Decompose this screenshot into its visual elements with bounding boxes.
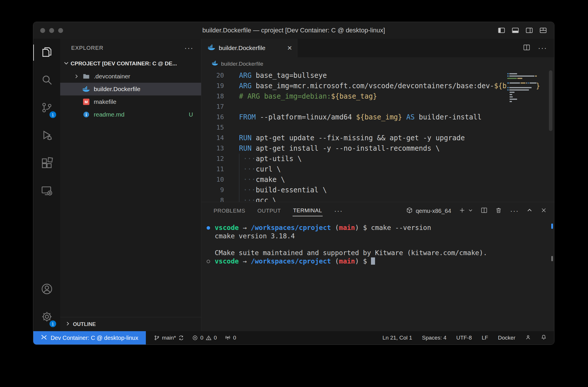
window-title: builder.Dockerfile — cproject [Dev Conta… [33,27,554,34]
eol-status[interactable]: LF [482,335,488,341]
branch-label: main* [162,335,176,341]
branch-status[interactable]: main* [154,335,184,341]
code-line: 8 ···gcc \ [201,195,554,202]
command-decoration-icon[interactable] [207,260,210,263]
editor-tab-bar: builder.Dockerfile × ··· [201,39,554,57]
code-editor[interactable]: 20ARG base_tag=bullseye19ARG base_img=mc… [201,70,554,202]
tree-item-builder.Dockerfile[interactable]: builder.Dockerfile [60,83,201,95]
settings-badge: 1 [49,320,56,327]
maximize-panel-icon[interactable] [526,207,533,215]
close-window-button[interactable] [40,28,45,33]
outline-section-header[interactable]: OUTLINE [60,317,201,331]
editor-more-actions-icon[interactable]: ··· [538,44,547,52]
terminal-overview-mark [551,256,553,261]
kill-terminal-icon[interactable] [495,207,502,215]
terminal-overview-mark [551,224,553,229]
editor-scrollbar[interactable] [549,70,552,131]
docker-icon [82,86,90,92]
folder-icon [82,73,90,80]
toggle-secondary-sidebar-icon[interactable] [525,26,533,34]
close-tab-icon[interactable]: × [287,44,292,52]
problems-status[interactable]: 0 0 [192,335,217,341]
panel-more-actions-icon[interactable]: ··· [510,207,519,214]
zoom-window-button[interactable] [58,28,63,33]
code-line: 11 ···curl \ [201,164,554,174]
error-icon [192,335,198,341]
sidebar-title: EXPLORER [71,45,103,51]
tab-problems[interactable]: PROBLEMS [213,206,246,216]
code-line: 20ARG base_tag=bullseye [201,70,554,81]
tab-label: builder.Dockerfile [219,45,265,51]
minimap[interactable] [506,70,537,199]
split-editor-icon[interactable] [523,44,530,52]
activity-extensions[interactable] [33,150,60,178]
bottom-panel: PROBLEMS OUTPUT TERMINAL ··· qemu-x86_64 [201,202,554,331]
customize-layout-icon[interactable] [539,26,547,34]
language-status[interactable]: Docker [498,335,515,341]
close-panel-icon[interactable] [540,207,547,215]
activity-run-debug[interactable] [33,122,60,150]
terminal-line: vscode → /workspaces/cproject (main) $ c… [201,224,554,232]
tree-item-.devcontainer[interactable]: .devcontainer [60,70,201,83]
workspace-section-header[interactable]: CPROJECT [DEV CONTAINER: C @ DE... [60,57,201,70]
code-line: 15 [201,122,554,133]
remote-indicator[interactable]: Dev Container: C @ desktop-linux [33,331,146,344]
account-icon [41,283,53,296]
activity-search[interactable] [33,67,60,94]
info-icon [82,111,90,118]
titlebar: builder.Dockerfile — cproject [Dev Conta… [33,22,554,39]
status-bar: Dev Container: C @ desktop-linux main* 0… [33,331,554,344]
git-status-badge: U [189,111,193,118]
ports-status[interactable]: 0 [225,335,236,341]
activity-source-control[interactable]: 1 [33,94,60,122]
vscode-window: builder.Dockerfile — cproject [Dev Conta… [33,22,554,345]
tab-output[interactable]: OUTPUT [257,206,282,216]
terminal-line: vscode → /workspaces/cproject (main) $ [201,257,554,266]
code-line: 13RUN apt-get install -y --no-install-re… [201,143,554,154]
indentation-status[interactable]: Spaces: 4 [422,335,446,341]
feedback-icon[interactable] [525,334,531,342]
toggle-panel-icon[interactable] [511,26,519,34]
terminal-profile[interactable]: qemu-x86_64 [406,207,451,215]
breadcrumb-item: builder.Dockerfile [221,61,263,67]
bell-icon[interactable] [541,334,547,342]
code-line: 12 ···apt-utils \ [201,154,554,164]
terminal-name: qemu-x86_64 [416,208,451,214]
encoding-status[interactable]: UTF-8 [456,335,472,341]
code-line: 9 ···build-essential \ [201,185,554,195]
activity-remote-explorer[interactable] [33,178,60,205]
settings-button[interactable]: 1 [33,303,60,331]
terminal[interactable]: vscode → /workspaces/cproject (main) $ c… [201,220,554,331]
minimize-window-button[interactable] [49,28,54,33]
terminal-dropdown-icon[interactable] [468,208,473,214]
code-line: 18# ARG base_img=debian:${base_tag} [201,91,554,102]
run-debug-icon [41,129,53,143]
tab-terminal[interactable]: TERMINAL [293,205,323,216]
explorer-more-actions-icon[interactable]: ··· [184,44,194,52]
split-terminal-icon[interactable] [481,207,488,215]
svg-text:M: M [85,100,88,104]
tree-item-readme.md[interactable]: readme.mdU [60,108,201,121]
code-line: 16FROM --platform=linux/amd64 ${base_img… [201,112,554,122]
warning-count: 0 [214,335,217,341]
activity-explorer[interactable] [33,39,60,67]
tree-item-makefile[interactable]: Mmakefile [60,95,201,108]
chevron-right-icon [65,321,71,328]
toggle-sidebar-icon[interactable] [497,26,506,34]
accounts-button[interactable] [33,276,60,303]
breadcrumb[interactable]: builder.Dockerfile [201,57,554,70]
search-icon [41,74,53,87]
terminal-line: CMake suite maintained and supported by … [201,249,554,257]
file-tree: .devcontainerbuilder.DockerfileMmakefile… [60,70,201,121]
new-terminal-icon[interactable] [459,207,466,215]
code-line: 14RUN apt-get update --fix-missing && ap… [201,133,554,143]
terminal-line [201,240,554,249]
sync-icon[interactable] [178,335,184,341]
remote-label: Dev Container: C @ desktop-linux [51,335,138,341]
tab-builder-dockerfile[interactable]: builder.Dockerfile × [201,39,297,57]
line-col-status[interactable]: Ln 21, Col 1 [383,335,412,341]
panel-more-tabs-icon[interactable]: ··· [334,207,343,214]
vm-cube-icon [406,207,413,215]
files-icon [41,46,53,59]
command-decoration-icon[interactable] [207,226,210,230]
